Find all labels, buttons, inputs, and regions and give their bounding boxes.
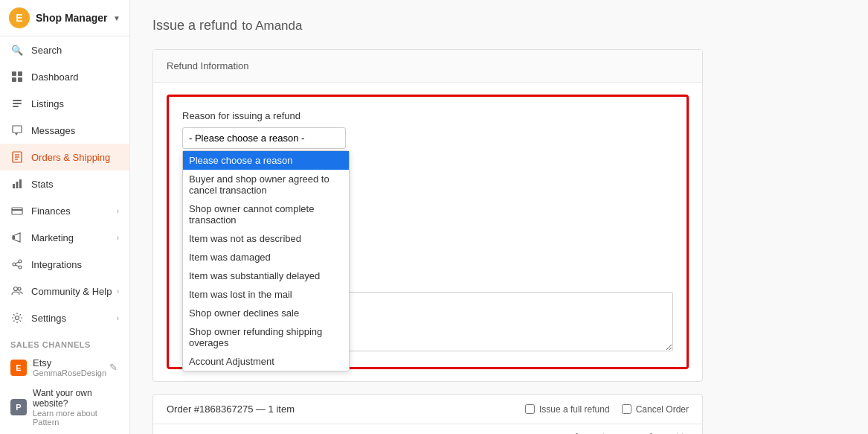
listings-icon: [10, 97, 24, 110]
sidebar-item-label: Finances: [31, 205, 117, 217]
svg-rect-12: [16, 182, 19, 188]
chevron-right-icon: ›: [117, 234, 119, 242]
sidebar-item-messages[interactable]: Messages: [0, 117, 129, 144]
issue-full-refund-checkbox[interactable]: Issue a full refund: [525, 404, 610, 415]
shop-manager-header[interactable]: E Shop Manager ▼: [0, 0, 129, 36]
sidebar-item-stats[interactable]: Stats: [0, 170, 129, 197]
edit-icon[interactable]: ✎: [108, 360, 119, 374]
settings-icon: [10, 311, 24, 325]
svg-rect-6: [13, 106, 19, 107]
marketing-icon: [10, 231, 24, 244]
svg-point-23: [18, 287, 21, 290]
svg-rect-0: [12, 71, 16, 76]
refund-info-header: Refund Information: [153, 50, 702, 83]
svg-point-18: [19, 260, 22, 263]
shop-icon: E: [9, 7, 30, 28]
chevron-right-icon: ›: [117, 287, 119, 296]
sidebar-item-label: Stats: [31, 179, 119, 190]
sidebar-item-listings[interactable]: Listings: [0, 90, 129, 117]
messages-icon: [10, 124, 24, 137]
sidebar-item-label: Dashboard: [31, 71, 119, 83]
sidebar-item-finances[interactable]: Finances ›: [0, 197, 129, 224]
sidebar-item-community[interactable]: Community & Help ›: [0, 278, 129, 304]
pattern-icon: P: [10, 399, 27, 415]
etsy-icon: E: [10, 360, 27, 376]
svg-rect-1: [18, 71, 22, 76]
sidebar-item-label: Orders & Shipping: [31, 152, 119, 163]
etsy-name: Etsy: [33, 357, 108, 368]
sidebar-item-settings[interactable]: Settings ›: [0, 304, 129, 331]
col-amount-refund: Amount to refund: [618, 424, 702, 434]
etsy-sub: GemmaRoseDesign: [33, 368, 108, 377]
dropdown-option-account-adjustment[interactable]: Account Adjustment: [183, 352, 349, 371]
pattern-sub: Learn more about Pattern: [33, 409, 119, 427]
order-section: Order #1868367275 — 1 item Issue a full …: [152, 394, 703, 434]
sidebar-item-integrations[interactable]: Integrations: [0, 251, 129, 278]
main-content: Issue a refund to Amanda Refund Informat…: [130, 0, 868, 434]
sidebar-item-label: Integrations: [31, 259, 119, 270]
reason-select-wrapper: - Please choose a reason - Buyer and sho…: [182, 127, 673, 149]
dashboard-icon: [10, 70, 24, 83]
sidebar-item-label: Listings: [31, 98, 119, 109]
cancel-order-checkbox[interactable]: Cancel Order: [622, 404, 689, 415]
page-title: Issue a refund to Amanda: [152, 15, 703, 34]
sidebar-item-label: Settings: [31, 313, 117, 324]
order-actions: Issue a full refund Cancel Order: [525, 404, 689, 415]
sales-channels-label: SALES CHANNELS: [0, 331, 129, 352]
svg-rect-11: [13, 184, 15, 188]
svg-line-20: [16, 262, 19, 264]
dropdown-option-not-described[interactable]: Item was not as described: [183, 229, 349, 248]
orders-icon: [10, 150, 24, 164]
dropdown-option-delayed[interactable]: Item was substantially delayed: [183, 267, 349, 285]
chevron-right-icon: ›: [117, 314, 119, 322]
order-table: Item Amount paid Amount to refund Always…: [153, 424, 702, 434]
sidebar: E Shop Manager ▼ 🔍 Search Dashboard List…: [0, 0, 130, 434]
svg-line-21: [16, 265, 19, 267]
community-icon: [10, 284, 24, 298]
svg-rect-16: [13, 236, 15, 239]
sidebar-item-marketing[interactable]: Marketing ›: [0, 224, 129, 251]
col-item: Item: [153, 424, 547, 434]
sales-channel-etsy: E Etsy GemmaRoseDesign ✎: [0, 352, 129, 383]
full-refund-input[interactable]: [525, 404, 535, 414]
sidebar-item-dashboard[interactable]: Dashboard: [0, 63, 129, 90]
sidebar-item-label: Marketing: [31, 232, 117, 243]
pattern-name: Want your own website?: [33, 388, 119, 409]
svg-point-17: [13, 263, 16, 266]
dropdown-option-damaged[interactable]: Item was damaged: [183, 248, 349, 267]
svg-point-19: [19, 266, 22, 269]
svg-rect-15: [12, 209, 22, 211]
sidebar-item-label: Messages: [31, 125, 119, 136]
search-icon: 🔍: [10, 43, 24, 57]
cancel-order-label: Cancel Order: [636, 404, 689, 415]
sidebar-item-label: Community & Help: [31, 286, 117, 297]
svg-point-24: [16, 316, 19, 320]
cancel-order-input[interactable]: [622, 404, 631, 414]
stats-icon: [10, 177, 24, 191]
dropdown-option-shipping-overages[interactable]: Shop owner refunding shipping overages: [183, 322, 349, 352]
svg-rect-14: [12, 208, 22, 214]
svg-rect-2: [12, 77, 16, 82]
svg-point-22: [14, 287, 18, 291]
header-arrow-icon: ▼: [113, 14, 120, 22]
dropdown-list: Please choose a reason Buyer and shop ow…: [182, 150, 350, 371]
refund-reason-section: Reason for issuing a refund - Please cho…: [167, 95, 689, 369]
shop-manager-title: Shop Manager: [36, 12, 113, 24]
dropdown-option-cannot-complete[interactable]: Shop owner cannot complete transaction: [183, 200, 349, 229]
refund-info-card: Refund Information Reason for issuing a …: [152, 49, 703, 382]
sidebar-item-label: Search: [31, 45, 119, 56]
sidebar-item-orders[interactable]: Orders & Shipping: [0, 144, 129, 170]
reason-select[interactable]: - Please choose a reason - Buyer and sho…: [182, 127, 346, 149]
svg-rect-5: [13, 103, 22, 104]
svg-rect-3: [18, 77, 22, 82]
issue-full-refund-label: Issue a full refund: [539, 404, 610, 415]
dropdown-option-placeholder[interactable]: Please choose a reason: [183, 151, 349, 170]
dropdown-option-declines-sale[interactable]: Shop owner declines sale: [183, 304, 349, 322]
dropdown-overlay: Please choose a reason Buyer and shop ow…: [182, 158, 673, 284]
dropdown-option-lost-mail[interactable]: Item was lost in the mail: [183, 285, 349, 304]
sidebar-item-search[interactable]: 🔍 Search: [0, 36, 129, 63]
dropdown-option-buyer-cancel[interactable]: Buyer and shop owner agreed to cancel tr…: [183, 170, 349, 200]
col-amount-paid: Amount paid: [547, 424, 618, 434]
order-header: Order #1868367275 — 1 item Issue a full …: [153, 395, 702, 424]
order-title: Order #1868367275 — 1 item: [167, 403, 295, 415]
